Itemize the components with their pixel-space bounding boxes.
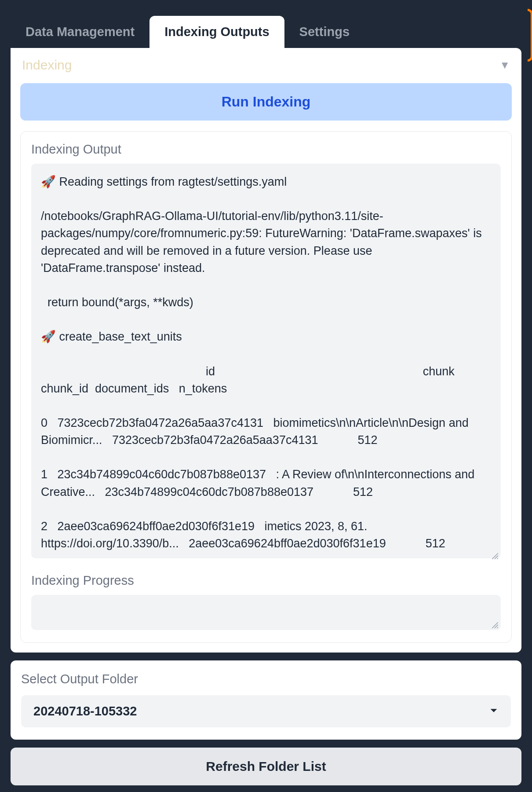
refresh-folder-list-button[interactable]: Refresh Folder List [11, 748, 521, 785]
tabs-bar: Data Management Indexing Outputs Setting… [11, 0, 521, 48]
select-output-folder-label: Select Output Folder [21, 672, 511, 686]
tab-indexing-outputs[interactable]: Indexing Outputs [149, 16, 284, 48]
indexing-progress-label: Indexing Progress [31, 573, 501, 588]
caret-down-icon [489, 706, 499, 717]
run-indexing-button[interactable]: Run Indexing [20, 83, 512, 121]
tab-settings[interactable]: Settings [284, 16, 364, 48]
output-folder-select[interactable]: 20240718-105332 [21, 695, 511, 727]
output-panel: Indexing Output 🚀 Reading settings from … [20, 131, 512, 643]
indexing-card: Indexing ▼ Run Indexing Indexing Output … [11, 48, 521, 653]
chevron-down-icon: ▼ [499, 59, 510, 71]
indexing-progress-box[interactable] [31, 595, 501, 630]
output-folder-card: Select Output Folder 20240718-105332 [11, 660, 521, 740]
resize-handle-icon[interactable] [491, 621, 499, 629]
app-wrap: Data Management Indexing Outputs Setting… [0, 0, 532, 792]
indexing-output-log[interactable]: 🚀 Reading settings from ragtest/settings… [31, 164, 501, 558]
tab-data-management[interactable]: Data Management [11, 16, 149, 48]
decor-arc [528, 9, 532, 62]
accordion-header[interactable]: Indexing ▼ [20, 56, 512, 73]
indexing-output-label: Indexing Output [31, 142, 501, 157]
resize-handle-icon[interactable] [491, 552, 499, 560]
output-folder-selected-value: 20240718-105332 [33, 704, 137, 719]
accordion-title: Indexing [22, 58, 72, 73]
